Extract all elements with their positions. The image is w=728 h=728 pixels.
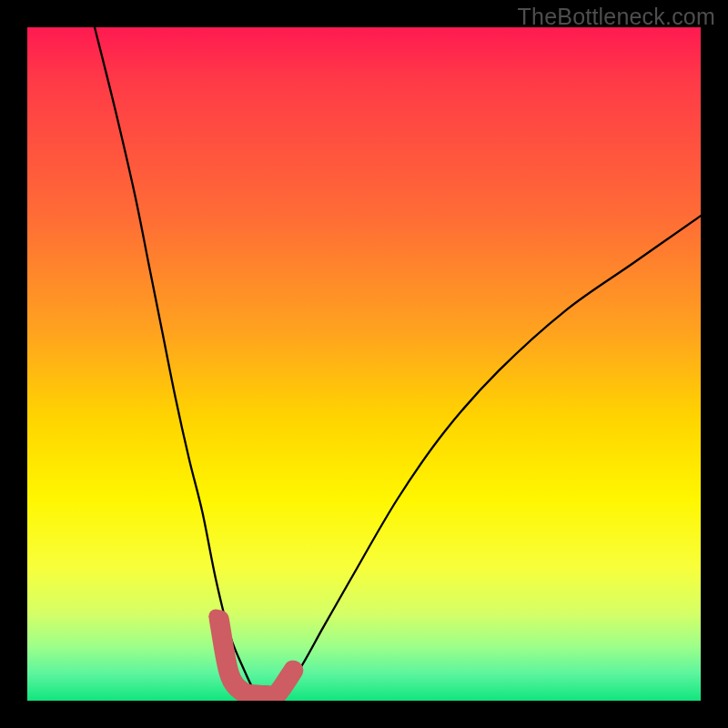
plot-area: [27, 27, 701, 701]
pink-dot-marker: [208, 610, 223, 624]
bottleneck-curve-path: [95, 27, 701, 698]
pink-cap-path: [219, 620, 293, 696]
curve-svg: [27, 27, 701, 701]
watermark-text: TheBottleneck.com: [518, 4, 715, 30]
chart-frame: TheBottleneck.com: [0, 0, 728, 728]
